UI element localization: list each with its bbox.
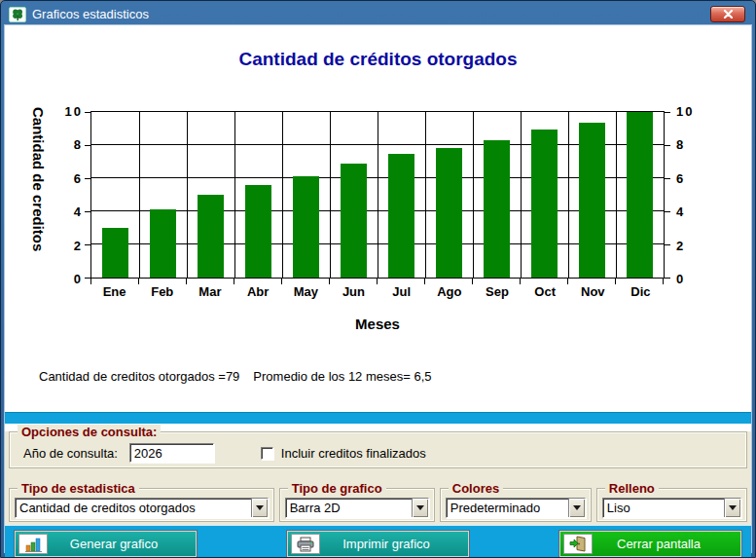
bar-dic xyxy=(627,112,653,278)
options-panel: Opciones de consulta: Año de consulta: I… xyxy=(5,431,751,480)
groupbox-relleno: Relleno Liso xyxy=(596,488,747,522)
action-button-bar: Generar grafico Imprimir grafico xyxy=(5,525,751,558)
tipo-estadistica-value: Cantidad de creditos otorgados xyxy=(16,499,251,517)
x-label-may: May xyxy=(282,284,330,299)
y-axis-labels-right: 0246810 xyxy=(676,111,709,279)
chevron-down-icon xyxy=(416,505,424,510)
x-label-feb: Feb xyxy=(138,284,186,299)
groupbox-colores-label: Colores xyxy=(449,481,503,496)
groupbox-colores: Colores Predeterminado xyxy=(440,488,592,522)
bar-nov xyxy=(579,123,605,278)
groupbox-relleno-label: Relleno xyxy=(605,481,659,496)
x-label-jul: Jul xyxy=(378,284,425,299)
bar-abr xyxy=(245,185,271,278)
relleno-value: Liso xyxy=(603,499,724,517)
app-window: Graficos estadisticos Cantidad de crédit… xyxy=(0,0,756,558)
x-label-ene: Ene xyxy=(90,284,138,299)
groupbox-tipo-grafico: Tipo de grafico Barra 2D xyxy=(279,488,435,522)
tipo-grafico-value: Barra 2D xyxy=(286,499,412,517)
x-label-dic: Dic xyxy=(617,284,665,299)
include-finished-checkbox[interactable] xyxy=(261,447,273,460)
bar-ene xyxy=(102,228,128,278)
bar-jun xyxy=(341,164,367,278)
tipo-estadistica-dropdown-button[interactable] xyxy=(251,499,268,517)
window-title: Graficos estadisticos xyxy=(32,7,149,21)
bar-may xyxy=(293,176,319,278)
x-label-ago: Ago xyxy=(425,284,473,299)
relleno-dropdown-button[interactable] xyxy=(724,499,740,517)
x-label-jun: Jun xyxy=(330,284,378,299)
groupbox-tipo-estadistica-label: Tipo de estadistica xyxy=(18,481,139,496)
x-axis-title: Meses xyxy=(90,316,665,332)
chart-title: Cantidad de créditos otorgados xyxy=(5,25,751,70)
groupbox-opciones-label: Opciones de consulta: xyxy=(18,425,161,439)
exit-door-icon xyxy=(563,534,593,554)
title-bar[interactable]: Graficos estadisticos xyxy=(5,1,751,25)
printer-icon xyxy=(291,534,320,554)
bar-sep xyxy=(484,140,510,278)
app-clover-icon xyxy=(9,7,26,22)
tipo-estadistica-select[interactable]: Cantidad de creditos otorgados xyxy=(15,498,269,518)
x-label-abr: Abr xyxy=(234,284,282,299)
tipo-grafico-dropdown-button[interactable] xyxy=(412,499,428,517)
selector-row: Tipo de estadistica Cantidad de creditos… xyxy=(5,480,751,525)
summary-average: Promedio de los 12 meses= 6,5 xyxy=(253,369,431,384)
close-screen-button[interactable]: Cerrar pantalla xyxy=(559,531,741,557)
close-screen-label: Cerrar pantalla xyxy=(593,537,740,551)
summary-line: Cantidad de creditos otorgados =79Promed… xyxy=(39,369,446,384)
groupbox-tipo-estadistica: Tipo de estadistica Cantidad de creditos… xyxy=(9,488,274,522)
bar-mar xyxy=(198,195,224,278)
chevron-down-icon xyxy=(256,505,264,510)
include-finished-label: Incluir creditos finalizados xyxy=(281,446,426,461)
x-label-sep: Sep xyxy=(473,284,521,299)
generate-chart-label: Generar grafico xyxy=(48,537,196,551)
colores-value: Predeterminado xyxy=(447,499,568,517)
y-axis-labels-left: 0246810 xyxy=(50,111,83,279)
bar-feb xyxy=(150,209,176,278)
x-label-nov: Nov xyxy=(569,284,617,299)
groupbox-opciones: Opciones de consulta: Año de consulta: I… xyxy=(9,431,747,468)
print-chart-label: Imprimir grafico xyxy=(320,537,468,551)
client-area: Cantidad de créditos otorgados Cantidad … xyxy=(5,25,751,552)
year-input[interactable] xyxy=(129,443,214,463)
groupbox-tipo-grafico-label: Tipo de grafico xyxy=(288,481,386,496)
plot-area xyxy=(90,111,665,279)
x-label-oct: Oct xyxy=(522,284,569,299)
colores-dropdown-button[interactable] xyxy=(568,499,585,517)
colores-select[interactable]: Predeterminado xyxy=(446,498,586,518)
summary-total: Cantidad de creditos otorgados =79 xyxy=(39,369,239,384)
bar-jul xyxy=(388,154,414,278)
chart-panel: Cantidad de créditos otorgados Cantidad … xyxy=(5,25,751,412)
tipo-grafico-select[interactable]: Barra 2D xyxy=(285,498,429,518)
close-button[interactable] xyxy=(710,6,745,22)
x-label-mar: Mar xyxy=(186,284,234,299)
bar-ago xyxy=(436,148,462,278)
print-chart-button[interactable]: Imprimir grafico xyxy=(287,531,469,557)
generate-chart-button[interactable]: Generar grafico xyxy=(15,531,197,557)
bar-oct xyxy=(531,130,558,278)
y-axis-title: Cantidad de creditos xyxy=(30,107,47,282)
divider-strip xyxy=(5,412,751,424)
x-axis-labels: EneFebMarAbrMayJunJulAgoSepOctNovDic xyxy=(90,284,665,299)
chevron-down-icon xyxy=(729,505,737,510)
year-label: Año de consulta: xyxy=(23,446,118,461)
chevron-down-icon xyxy=(573,505,581,510)
bar-chart-icon xyxy=(18,534,48,554)
relleno-select[interactable]: Liso xyxy=(602,498,741,518)
